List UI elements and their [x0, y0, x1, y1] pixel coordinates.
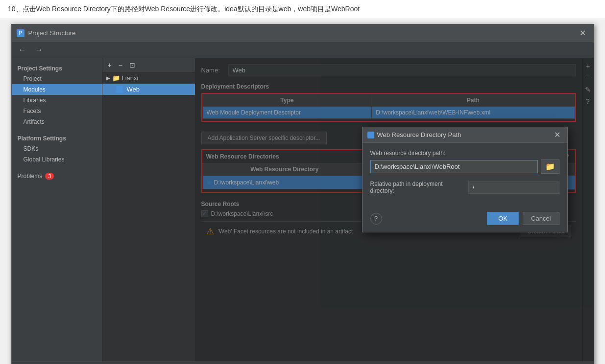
instruction-bar: 10、点击Web Resource Directory下的路径对Web Reso…: [0, 0, 605, 19]
tree-copy-button[interactable]: ⊡: [127, 60, 138, 70]
dialog-title: Project Structure: [28, 29, 76, 37]
modal-relative-label: Relative path in deployment directory:: [370, 181, 464, 194]
dialog-icon: P: [17, 29, 24, 37]
modal-action-buttons: OK Cancel: [487, 212, 559, 225]
toolbar-row: ← →: [12, 42, 594, 58]
problems-row: Problems 3: [12, 170, 102, 182]
tree-panel: + − ⊡ ▶ 📁 Lianxi Web: [102, 58, 195, 362]
back-button[interactable]: ←: [16, 44, 29, 56]
forward-button[interactable]: →: [32, 44, 46, 56]
tree-remove-button[interactable]: −: [116, 60, 125, 70]
modal-dialog-icon: [367, 132, 374, 138]
modal-relative-row: Relative path in deployment directory:: [370, 181, 559, 194]
sidebar-item-facets[interactable]: Facets: [12, 106, 102, 116]
modal-help-button[interactable]: ?: [370, 213, 382, 225]
modal-title-text: Web Resource Directory Path: [377, 131, 461, 138]
expand-icon: ▶: [106, 75, 110, 81]
tree-item-web[interactable]: Web: [102, 84, 195, 95]
modal-browse-button[interactable]: 📁: [541, 159, 559, 174]
bottom-bar: ? OK Cancel Apply: [12, 362, 594, 364]
sidebar-divider-2: [12, 165, 102, 170]
web-resource-directory-dialog: Web Resource Directory Path ✕ Web resour…: [362, 127, 568, 232]
modal-cancel-button[interactable]: Cancel: [523, 212, 559, 225]
tree-child-label: Web: [127, 86, 140, 93]
modal-overlay: Web Resource Directory Path ✕ Web resour…: [195, 58, 594, 362]
sidebar-divider: [12, 127, 102, 132]
sidebar-item-libraries[interactable]: Libraries: [12, 95, 102, 106]
tree-add-button[interactable]: +: [105, 60, 114, 70]
browse-icon: 📁: [545, 162, 555, 171]
sidebar: Project Settings Project Modules Librari…: [12, 58, 102, 362]
modal-ok-button[interactable]: OK: [487, 212, 519, 225]
platform-settings-label: Platform Settings: [12, 132, 102, 143]
right-panel-container: Name: Deployment Descriptors Type Path: [195, 58, 594, 362]
main-content: Project Settings Project Modules Librari…: [12, 58, 594, 362]
sidebar-item-sdks[interactable]: SDKs: [12, 143, 102, 154]
tree-toolbar: + − ⊡: [102, 58, 195, 72]
modal-close-button[interactable]: ✕: [552, 130, 562, 139]
instruction-text: 10、点击Web Resource Directory下的路径对Web Reso…: [8, 5, 360, 13]
modal-body: Web resource directory path: 📁 Relative …: [363, 143, 567, 208]
project-settings-label: Project Settings: [12, 62, 102, 73]
tree-item-lianxi[interactable]: ▶ 📁 Lianxi: [102, 72, 195, 84]
problems-badge: 3: [45, 173, 54, 180]
folder-icon: 📁: [112, 74, 120, 82]
sidebar-item-project[interactable]: Project: [12, 73, 102, 84]
title-bar: P Project Structure ✕: [12, 24, 594, 42]
module-icon: [116, 86, 123, 93]
modal-field-label: Web resource directory path:: [370, 150, 559, 157]
modal-title-bar: Web Resource Directory Path ✕: [363, 127, 567, 143]
modal-path-input[interactable]: [370, 160, 538, 173]
project-structure-dialog: P Project Structure ✕ ← → Project Settin…: [11, 24, 594, 364]
modal-input-row: 📁: [370, 159, 559, 174]
modal-footer: ? OK Cancel: [363, 208, 567, 232]
problems-label: Problems: [18, 173, 43, 180]
sidebar-item-global-libraries[interactable]: Global Libraries: [12, 154, 102, 165]
modal-relative-input[interactable]: [468, 182, 559, 194]
dialog-close-button[interactable]: ✕: [577, 27, 589, 39]
modal-title-left: Web Resource Directory Path: [367, 131, 461, 138]
tree-root-label: Lianxi: [122, 74, 139, 82]
sidebar-item-modules[interactable]: Modules: [12, 84, 102, 95]
sidebar-item-artifacts[interactable]: Artifacts: [12, 116, 102, 127]
title-bar-left: P Project Structure: [17, 29, 76, 37]
